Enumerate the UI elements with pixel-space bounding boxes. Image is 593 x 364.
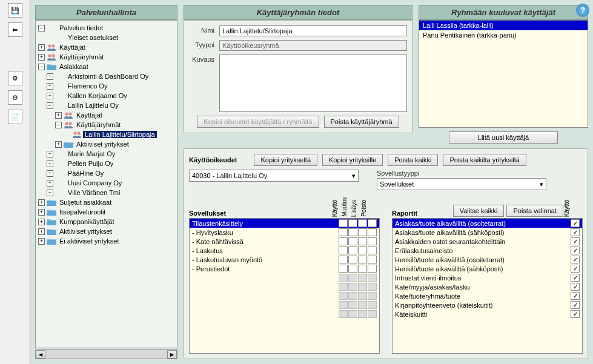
delete-group-button[interactable]: Poista käyttäjäryhmä [324, 116, 399, 128]
tree-node[interactable]: −Lallin Lajittelu Oy [38, 101, 174, 110]
app-row[interactable] [190, 282, 379, 291]
tree-node[interactable]: +Aktiiviset yritykset [38, 139, 174, 149]
tree-toggle-icon[interactable]: + [38, 54, 45, 61]
checkbox[interactable] [358, 228, 367, 236]
app-row[interactable]: - Perustiedot [190, 264, 379, 273]
checkbox[interactable] [348, 247, 357, 254]
app-row[interactable]: - Hyvityslasku [190, 228, 379, 237]
user-item[interactable]: Lalli Lassila (tarkka-lalli) [419, 21, 588, 30]
report-row[interactable]: Henkilö/tuote aikaväliltä (osoitetarrat) [393, 255, 582, 264]
report-row[interactable]: Kate/tuoteryhmä/tuote [393, 291, 582, 300]
tree-node[interactable]: +Flamenco Oy [38, 81, 174, 91]
checkbox[interactable] [368, 219, 377, 227]
input-nimi[interactable] [219, 25, 407, 36]
checkbox[interactable] [368, 237, 377, 245]
checkbox[interactable] [571, 219, 580, 227]
tree-toggle-icon[interactable]: + [47, 83, 53, 90]
checkbox[interactable] [571, 247, 580, 254]
save-icon[interactable]: 💾 [8, 3, 22, 18]
app-row[interactable] [190, 300, 379, 309]
tool-icon-2[interactable]: ⚙ [8, 90, 22, 105]
report-row[interactable]: Asiakas/tuote aikaväliltä (osoitetarrat) [393, 219, 582, 228]
checkbox[interactable] [368, 247, 377, 254]
tree-view[interactable]: −Palvelun tiedotYleiset asetukset+Käyttä… [35, 20, 177, 348]
select-all-reports-button[interactable]: Valitse kaikki [453, 205, 505, 217]
tree-toggle-icon[interactable]: − [47, 102, 53, 109]
checkbox[interactable] [368, 265, 377, 273]
report-row[interactable]: Intrastat vienti-ilmoitus [393, 273, 582, 282]
tree-node[interactable]: +Kumppanikäyttäjät [38, 217, 174, 227]
checkbox[interactable] [358, 247, 367, 254]
tree-toggle-icon[interactable]: + [47, 180, 53, 187]
tree-node[interactable]: −Asiakkaat [38, 62, 174, 71]
tree-node[interactable]: −Käyttäjäryhmät [38, 120, 174, 130]
apptype-select[interactable]: Sovellukset▾ [377, 178, 546, 190]
checkbox[interactable] [348, 237, 357, 245]
tree-node[interactable]: +Marin Marjat Oy [38, 149, 174, 159]
checkbox[interactable] [339, 219, 348, 227]
tool-icon-1[interactable]: ⚙ [8, 71, 22, 85]
tree-node[interactable]: Yleiset asetukset [38, 33, 174, 42]
tree-toggle-icon[interactable]: + [47, 73, 53, 80]
tree-node[interactable]: +Käyttäjät [38, 110, 174, 120]
tree-toggle-icon[interactable]: + [38, 199, 45, 206]
checkbox[interactable] [358, 237, 367, 245]
report-row[interactable]: Henkilö/tuote aikaväliltä (sähköposti) [393, 264, 582, 273]
copy-rights-button[interactable]: Kopioi oikeudet käyttäjältä / ryhmältä [197, 116, 319, 128]
report-row[interactable]: Kate/myyjä/asiakas/lasku [393, 282, 582, 291]
tree-node[interactable]: +Suljetut asiakkaat [38, 197, 174, 207]
checkbox[interactable] [571, 228, 580, 236]
report-row[interactable]: Asiakas/tuote aikaväliltä (sähköposti) [393, 228, 582, 237]
help-icon[interactable]: ? [576, 4, 589, 17]
checkbox[interactable] [571, 301, 580, 309]
app-row[interactable]: - Kate nähtävissä [190, 237, 379, 246]
tree-node[interactable]: +Kallen Korjaamo Oy [38, 91, 174, 101]
tree-toggle-icon[interactable]: + [38, 228, 45, 235]
tree-toggle-icon[interactable]: + [55, 141, 62, 148]
tree-node[interactable]: +Aktiiviset yritykset [38, 227, 174, 236]
checkbox[interactable] [571, 283, 580, 291]
app-row[interactable] [190, 309, 379, 319]
checkbox[interactable] [571, 265, 580, 273]
tree-toggle-icon[interactable]: + [38, 44, 45, 51]
app-row[interactable]: Tilaustenkäsittely [190, 219, 379, 228]
tree-node[interactable]: −Palvelun tiedot [38, 23, 174, 33]
tree-node[interactable]: Lallin Lajittelu/Siirtopaja [38, 130, 174, 139]
tree-node[interactable]: +Arkistointi & DashBoard Oy [38, 71, 174, 81]
copy-to-companies-button[interactable]: Kopioi yrityksille [322, 154, 383, 166]
tree-toggle-icon[interactable]: + [47, 160, 53, 167]
tree-node[interactable]: +Pellen Pulju Oy [38, 159, 174, 168]
checkbox[interactable] [348, 228, 357, 236]
tree-node[interactable]: +Käyttäjät [38, 42, 174, 52]
tree-toggle-icon[interactable]: − [38, 25, 45, 31]
user-item[interactable]: Panu Pentikäinen (tarkka-panu) [419, 30, 588, 40]
checkbox[interactable] [339, 265, 348, 273]
tree-toggle-icon[interactable]: − [55, 122, 62, 128]
users-list[interactable]: Lalli Lassila (tarkka-lalli)Panu Pentikä… [419, 20, 588, 128]
checkbox[interactable] [368, 256, 377, 263]
company-select[interactable]: 40030 - Lallin Lajittelu Oy▾ [189, 170, 359, 182]
remove-selection-button[interactable]: Poista valinnat [506, 205, 563, 217]
input-kuvaus[interactable] [219, 55, 407, 112]
tree-node[interactable]: +Ei aktiiviset yritykset [38, 236, 174, 246]
back-icon[interactable]: ⬅ [8, 22, 22, 37]
tree-node[interactable]: +Käyttäjäryhmät [38, 52, 174, 62]
checkbox[interactable] [571, 274, 580, 282]
remove-all-button[interactable]: Poista kaikki [388, 154, 438, 166]
checkbox[interactable] [348, 219, 357, 227]
app-row[interactable] [190, 273, 379, 282]
checkbox[interactable] [571, 237, 580, 245]
checkbox[interactable] [571, 310, 580, 318]
tree-toggle-icon[interactable]: + [55, 112, 62, 119]
tree-toggle-icon[interactable]: + [47, 170, 53, 177]
app-row[interactable]: - Laskutus [190, 246, 379, 255]
reports-list[interactable]: Asiakas/tuote aikaväliltä (osoitetarrat)… [392, 218, 583, 354]
tree-hscroll[interactable]: ◀▶ [35, 349, 177, 359]
tree-toggle-icon[interactable]: + [47, 190, 53, 196]
tree-toggle-icon[interactable]: + [38, 209, 45, 216]
add-user-button[interactable]: Liitä uusi käyttäjä [449, 131, 558, 144]
report-row[interactable]: Erälaskutusaineisto [393, 246, 582, 255]
checkbox[interactable] [368, 228, 377, 236]
app-row[interactable]: - Laskutusluvan myöntö [190, 255, 379, 264]
checkbox[interactable] [348, 256, 357, 263]
